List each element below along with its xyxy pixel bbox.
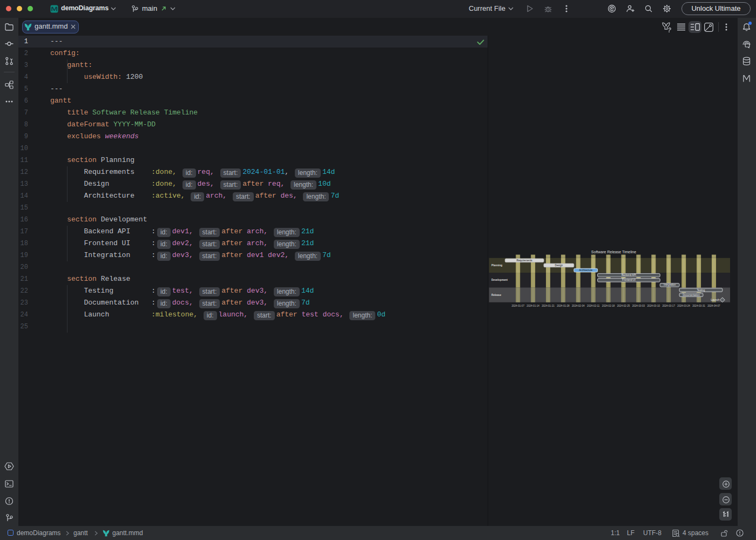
svg-text:2024-01-21: 2024-01-21 bbox=[542, 305, 555, 307]
svg-text:2024-02-04: 2024-02-04 bbox=[572, 305, 585, 307]
svg-text:2024-04-07: 2024-04-07 bbox=[707, 305, 720, 307]
svg-text:2024-03-03: 2024-03-03 bbox=[632, 305, 645, 307]
svg-text:Requirements: Requirements bbox=[517, 259, 533, 262]
svg-text:Integration: Integration bbox=[664, 284, 676, 286]
svg-text:Architecture: Architecture bbox=[579, 269, 592, 272]
svg-text:Design: Design bbox=[555, 264, 563, 267]
svg-text:Software Release Timeline: Software Release Timeline bbox=[591, 250, 636, 254]
svg-text:2024-02-18: 2024-02-18 bbox=[602, 305, 615, 307]
svg-text:2024-03-17: 2024-03-17 bbox=[662, 305, 675, 307]
svg-text:2024-03-10: 2024-03-10 bbox=[647, 305, 660, 307]
svg-text:Planning: Planning bbox=[491, 264, 502, 267]
svg-text:2024-02-25: 2024-02-25 bbox=[617, 305, 630, 307]
svg-text:Documentation: Documentation bbox=[683, 294, 700, 296]
svg-text:Backend API: Backend API bbox=[622, 274, 636, 276]
svg-text:2024-01-28: 2024-01-28 bbox=[557, 305, 570, 307]
svg-text:2024-01-14: 2024-01-14 bbox=[526, 305, 539, 307]
svg-text:Launch: Launch bbox=[711, 299, 719, 301]
svg-text:Testing: Testing bbox=[697, 289, 705, 292]
svg-text:Development: Development bbox=[491, 279, 508, 281]
svg-text:2024-03-24: 2024-03-24 bbox=[677, 305, 690, 307]
svg-text:Release: Release bbox=[491, 294, 501, 296]
svg-text:Frontend UI: Frontend UI bbox=[622, 279, 636, 281]
svg-text:2024-02-11: 2024-02-11 bbox=[587, 305, 600, 307]
svg-text:2024-01-07: 2024-01-07 bbox=[511, 305, 524, 307]
svg-text:2024-03-31: 2024-03-31 bbox=[692, 305, 705, 307]
